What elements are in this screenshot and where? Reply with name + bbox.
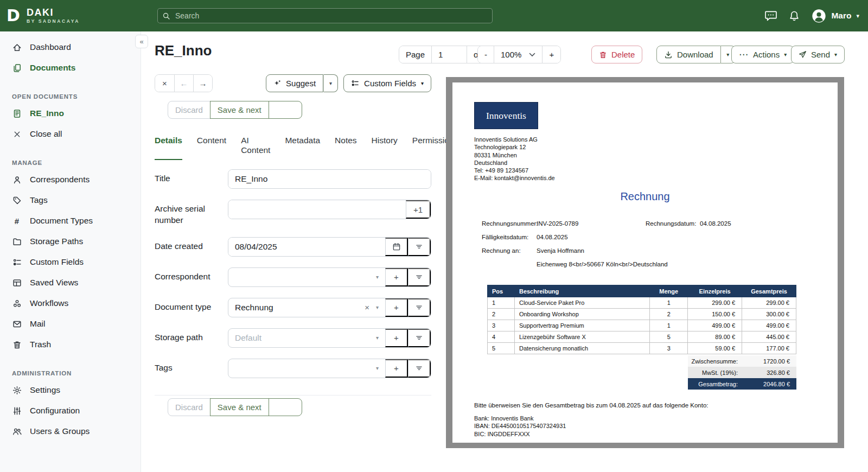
document-type-field-label: Document type [155,298,228,317]
close-document-button[interactable]: × [155,75,174,92]
sidebar-item-tags[interactable]: Tags [0,190,141,211]
sidebar-item-label: Storage Paths [30,237,83,246]
vat-row: MwSt. (19%): 326.80 € [688,367,796,378]
bank-details: Bank: Innoventis Bank IBAN: DE4450010517… [474,414,566,438]
sidebar-collapse-button[interactable]: « [135,35,148,48]
asn-increment-button[interactable]: +1 [406,200,431,219]
document-detail-panel: × ← → Suggest ▾ Custom Fields ▾ Discard … [155,74,431,416]
add-document-type-button[interactable]: + [385,298,408,317]
caret-down-icon: ▾ [376,335,379,341]
custom-fields-button[interactable]: Custom Fields ▾ [343,74,431,92]
document-preview-viewport[interactable]: Innoventis Innoventis Solutions AG Techn… [446,77,844,448]
discard-button[interactable]: Discard [168,398,210,416]
sidebar-item-label: Dashboard [30,42,71,52]
add-correspondent-button[interactable]: + [385,268,408,286]
sidebar-item-settings[interactable]: Settings [0,380,141,400]
tab-metadata[interactable]: Metadata [285,136,320,160]
tags-select[interactable]: ▾ [228,359,385,378]
page-title: RE_Inno [155,42,212,59]
document-type-filter-button[interactable] [408,298,431,317]
sidebar-item-custom-fields[interactable]: Custom Fields [0,252,141,272]
sidebar-item-document-types[interactable]: # Document Types [0,211,141,231]
page-number-input[interactable] [438,50,460,59]
file-text-icon [12,109,22,118]
date-created-input[interactable] [228,238,385,256]
storage-path-filter-button[interactable] [408,329,431,347]
sidebar-section-manage: MANAGE [0,160,141,166]
actions-button[interactable]: ⋯ Actions ▾ [731,46,794,63]
add-storage-path-button[interactable]: + [385,329,408,347]
archive-serial-number-input[interactable] [228,200,406,219]
date-filter-button[interactable] [408,238,431,256]
next-document-button[interactable]: → [193,75,212,92]
tab-ai-content[interactable]: AI Content [241,136,270,160]
tab-notes[interactable]: Notes [335,136,357,160]
zoom-level-select[interactable]: 100% [494,46,542,63]
discard-button[interactable]: Discard [168,101,210,119]
zoom-out-button[interactable]: - [478,46,494,63]
sidebar-item-open-doc-re-inno[interactable]: RE_Inno [0,103,141,124]
tab-content[interactable]: Content [197,136,226,160]
brand-logo-icon: D [7,8,20,24]
brand[interactable]: D DAKI BY SADNACAYA [0,8,141,24]
asn-field-label: Archive serial number [155,200,228,226]
sidebar-item-label: Trash [30,340,51,349]
documents-icon [12,63,22,73]
sidebar-item-saved-views[interactable]: Saved Views [0,272,141,293]
title-input[interactable] [228,170,431,188]
suggest-button[interactable]: Suggest [266,74,323,92]
sidebar-item-correspondents[interactable]: Correspondents [0,169,141,190]
previous-document-button[interactable]: ← [174,75,193,92]
tab-details[interactable]: Details [155,136,182,160]
search-input[interactable] [157,8,493,23]
add-tag-button[interactable]: + [385,359,408,378]
global-search [157,8,493,23]
invoice-date-value: 04.08.2025 [700,220,731,227]
sidebar-item-users-groups[interactable]: Users & Groups [0,421,141,442]
sidebar-item-storage-paths[interactable]: Storage Paths [0,231,141,252]
save-bar-top: Discard Save & next Save [168,101,431,119]
invoice-sender-address: Innoventis Solutions AG Technologiepark … [474,136,555,182]
save-button[interactable]: Save [269,398,302,416]
tags-filter-button[interactable] [408,359,431,378]
tag-icon [12,196,22,205]
brand-name: DAKI [27,8,80,18]
suggest-caret-button[interactable]: ▾ [323,74,338,92]
home-icon [12,43,22,52]
custom-fields-icon [12,258,22,267]
table-row: 4Lizenzgebühr Software X589.00 €445.00 € [488,331,796,343]
sidebar-item-documents[interactable]: Documents [0,58,141,78]
correspondent-select[interactable]: ▾ [228,268,385,286]
caret-down-icon: ▾ [784,52,787,58]
send-button[interactable]: Send ▾ [791,46,845,63]
clear-selection-icon[interactable]: × [365,303,369,312]
delete-button[interactable]: Delete [591,46,642,63]
document-type-select[interactable]: Rechnung × ▾ [228,298,385,317]
sidebar-item-mail[interactable]: Mail [0,314,141,334]
sidebar-item-close-all[interactable]: Close all [0,124,141,144]
filter-icon [415,334,423,342]
bill-to-name: Svenja Hoffmann [537,247,584,254]
correspondent-filter-button[interactable] [408,268,431,286]
subtotal-row: Zwischensumme: 1720.00 € [688,355,796,367]
user-menu[interactable]: Maro ▾ [812,9,859,23]
due-date-value: 04.08.2025 [537,234,568,240]
notifications-bell-icon[interactable] [789,10,800,22]
save-button[interactable]: Save [269,101,302,119]
sidebar-item-label: Document Types [30,216,93,226]
sidebar-item-trash[interactable]: Trash [0,334,141,355]
chat-icon[interactable] [764,10,777,22]
sidebar-item-dashboard[interactable]: Dashboard [0,37,141,58]
calendar-icon[interactable] [385,238,408,256]
save-and-next-button[interactable]: Save & next [210,101,269,119]
sidebar-item-label: Close all [30,129,62,139]
filter-icon [415,303,423,311]
storage-path-select[interactable]: Default ▾ [228,329,385,347]
tab-history[interactable]: History [372,136,398,160]
zoom-in-button[interactable]: + [542,46,560,63]
download-button[interactable]: Download [656,46,721,63]
sidebar-item-configuration[interactable]: Configuration [0,400,141,421]
sidebar-item-workflows[interactable]: Workflows [0,293,141,314]
title-field-label: Title [155,169,228,189]
save-and-next-button[interactable]: Save & next [210,398,269,416]
